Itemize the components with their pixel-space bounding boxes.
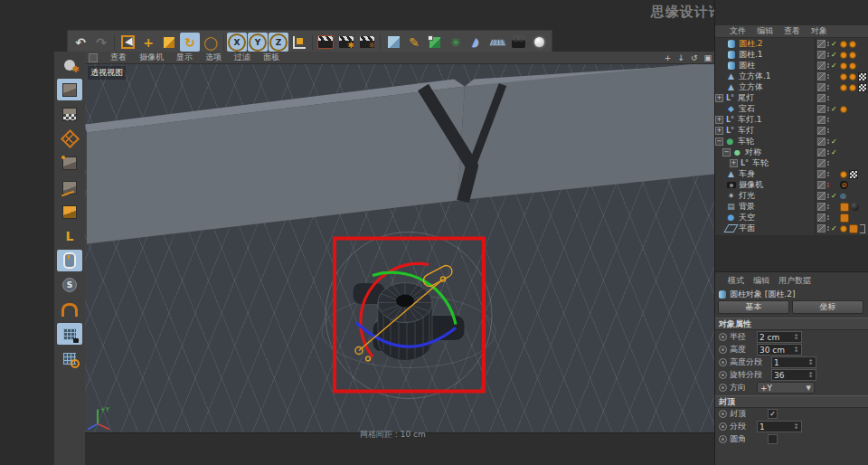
zoom-view-icon[interactable]: ↓ xyxy=(677,53,684,62)
object-row[interactable]: ☀ 灯光 ✓ ◎ xyxy=(715,191,868,201)
om-menu-file[interactable]: 文件 xyxy=(730,25,746,37)
enabled-check-icon[interactable]: ✓ xyxy=(831,148,837,157)
live-selection-button[interactable] xyxy=(118,33,137,52)
menu-view[interactable]: 查看 xyxy=(110,52,127,63)
enable-axis-button[interactable]: L xyxy=(57,225,82,247)
coordinate-system-button[interactable] xyxy=(289,33,309,52)
object-row[interactable]: ▤ 背景 xyxy=(715,202,868,212)
undo-button[interactable]: ↶ xyxy=(71,33,90,52)
tab-coordinates[interactable]: 坐标 xyxy=(792,300,863,314)
key-icon[interactable] xyxy=(719,333,727,341)
visibility-toggles[interactable] xyxy=(817,40,829,48)
object-row[interactable]: 圆柱.2 ✓ xyxy=(715,39,868,49)
om-menu-object[interactable]: 对象 xyxy=(811,25,827,37)
object-row[interactable]: + L° 车灯.1 xyxy=(715,115,868,125)
object-row[interactable]: ● 天空 xyxy=(715,213,868,223)
object-row[interactable]: 摄像机 ⊘ xyxy=(715,180,868,190)
object-row[interactable]: ◆ 宝石 ✓ xyxy=(715,104,868,114)
om-menu-view[interactable]: 查看 xyxy=(784,25,800,37)
menu-camera[interactable]: 摄像机 xyxy=(139,52,164,63)
viewport-solo-button[interactable] xyxy=(57,250,82,271)
enabled-check-icon[interactable]: ✓ xyxy=(831,224,837,232)
magnet-tool-button[interactable] xyxy=(57,299,82,320)
model-mode-button[interactable] xyxy=(57,79,82,100)
edges-mode-button[interactable] xyxy=(57,176,82,198)
key-icon[interactable] xyxy=(719,422,727,431)
menu-panel[interactable]: 面板 xyxy=(263,52,279,63)
tab-basic[interactable]: 基本 xyxy=(718,300,789,314)
am-menu-mode[interactable]: 模式 xyxy=(728,275,744,287)
object-row[interactable]: + L° 尾灯 xyxy=(715,93,868,103)
tag-list[interactable] xyxy=(840,41,856,48)
am-menu-edit[interactable]: 编辑 xyxy=(753,275,769,287)
render-to-picture-viewer-button[interactable]: ✱ xyxy=(336,33,356,52)
expand-icon[interactable]: + xyxy=(715,116,723,124)
enabled-check-icon[interactable]: ✓ xyxy=(831,138,837,146)
workplane-mode-button[interactable] xyxy=(57,128,82,149)
menu-filter[interactable]: 过滤 xyxy=(234,52,250,63)
add-subdivision-surface-button[interactable] xyxy=(425,33,445,52)
viewport[interactable]: 查看 摄像机 显示 选项 过滤 面板 + ↓ ↺ ▣ 透视视图 xyxy=(85,52,714,432)
key-icon[interactable] xyxy=(719,435,727,443)
box-right-front-face[interactable] xyxy=(458,63,714,201)
enabled-check-icon[interactable]: ✓ xyxy=(831,40,837,48)
height-segments-field[interactable]: 1↕ xyxy=(771,356,816,368)
rotate-button[interactable]: ↻ xyxy=(180,33,200,52)
rotate-view-icon[interactable]: ↺ xyxy=(691,53,698,62)
caps-checkbox[interactable]: ✓ xyxy=(768,409,778,419)
snap-button[interactable]: S xyxy=(57,274,82,296)
key-icon[interactable] xyxy=(719,346,727,354)
collapse-icon[interactable]: − xyxy=(715,138,723,146)
section-caps[interactable]: 封顶 xyxy=(715,395,868,408)
pan-view-icon[interactable]: + xyxy=(665,53,672,62)
points-mode-button[interactable] xyxy=(57,152,82,174)
add-light-button[interactable] xyxy=(529,33,549,52)
expand-icon[interactable]: + xyxy=(730,159,738,167)
axis-y-lock-button[interactable]: Y xyxy=(248,33,268,52)
viewport-menu-icon[interactable] xyxy=(89,53,98,62)
axis-x-lock-button[interactable]: X xyxy=(227,33,247,52)
om-menu-edit[interactable]: 编辑 xyxy=(757,25,773,37)
object-row[interactable]: 圆柱 ✓ xyxy=(715,61,868,71)
object-row[interactable]: + L° 车轮 xyxy=(715,158,868,168)
enabled-check-icon[interactable]: ✓ xyxy=(831,192,837,200)
key-icon[interactable] xyxy=(719,371,727,379)
height-field[interactable]: 30 cm↕ xyxy=(757,344,802,356)
cap-segments-field[interactable]: 1↕ xyxy=(757,421,802,432)
add-cube-button[interactable] xyxy=(383,33,403,52)
menu-options[interactable]: 选项 xyxy=(205,52,222,63)
box-left-front-face[interactable] xyxy=(87,87,465,244)
scale-button[interactable] xyxy=(159,33,179,52)
fillet-checkbox[interactable] xyxy=(768,434,778,444)
key-icon[interactable] xyxy=(719,358,727,366)
menu-display[interactable]: 显示 xyxy=(176,52,193,63)
add-spline-button[interactable]: ✎ xyxy=(404,33,424,52)
object-row[interactable]: ▲ 立方体.1 xyxy=(715,71,868,81)
expand-icon[interactable]: + xyxy=(715,127,723,135)
rotation-segments-field[interactable]: 36↕ xyxy=(771,369,816,381)
add-floor-button[interactable] xyxy=(487,33,507,52)
axis-z-lock-button[interactable]: Z xyxy=(269,33,288,52)
add-camera-button[interactable] xyxy=(508,33,528,52)
object-row[interactable]: ▲ 立方体 xyxy=(715,82,868,92)
toggle-view-icon[interactable]: ▣ xyxy=(703,53,712,62)
move-button[interactable]: + xyxy=(138,33,158,52)
key-icon[interactable] xyxy=(719,384,727,392)
redo-button[interactable]: ↷ xyxy=(91,33,111,52)
object-row[interactable]: ▲ 车身 xyxy=(715,169,868,179)
planar-workplane-button[interactable] xyxy=(57,347,82,369)
orientation-dropdown[interactable]: +Y▼ xyxy=(757,382,815,394)
expand-icon[interactable]: + xyxy=(715,94,723,102)
lock-workplane-button[interactable] xyxy=(57,323,82,345)
enabled-check-icon[interactable]: ✓ xyxy=(831,62,837,70)
am-menu-userdata[interactable]: 用户数据 xyxy=(778,275,811,287)
render-view-button[interactable] xyxy=(316,33,335,52)
key-icon[interactable] xyxy=(719,410,727,418)
enabled-check-icon[interactable]: ✓ xyxy=(831,51,837,59)
make-editable-button[interactable] xyxy=(57,54,82,76)
enabled-check-icon[interactable]: ✓ xyxy=(831,105,837,113)
add-array-button[interactable]: ✳ xyxy=(446,33,466,52)
section-object-properties[interactable]: 对象属性 xyxy=(715,318,868,330)
object-row[interactable]: + L° 车灯 xyxy=(715,126,868,136)
add-deformer-button[interactable]: ◗ xyxy=(467,33,486,52)
